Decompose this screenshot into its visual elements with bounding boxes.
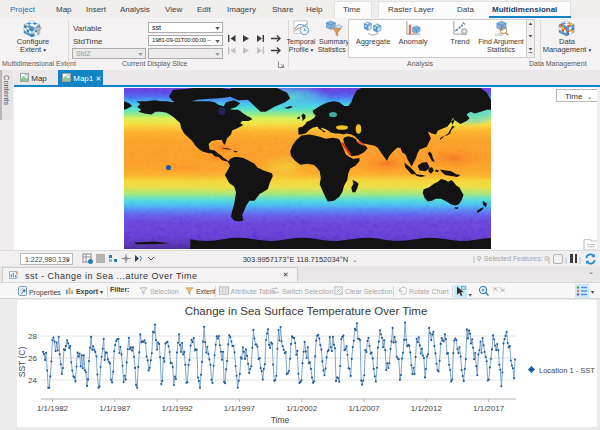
svg-text:1/1/2012: 1/1/2012 bbox=[411, 404, 443, 413]
svg-text:24: 24 bbox=[28, 376, 37, 385]
svg-text:Location 1 - SST: Location 1 - SST bbox=[539, 366, 595, 375]
svg-text:28: 28 bbox=[28, 332, 37, 341]
svg-text:1/1/1987: 1/1/1987 bbox=[99, 404, 131, 413]
svg-text:SST (C): SST (C) bbox=[17, 347, 27, 378]
svg-text:1/1/2017: 1/1/2017 bbox=[473, 404, 505, 413]
svg-text:1/1/2002: 1/1/2002 bbox=[286, 404, 318, 413]
svg-text:1/1/1997: 1/1/1997 bbox=[224, 404, 256, 413]
svg-text:1/1/2007: 1/1/2007 bbox=[348, 404, 380, 413]
svg-text:1/1/1992: 1/1/1992 bbox=[162, 404, 194, 413]
svg-text:Time: Time bbox=[271, 415, 290, 425]
svg-text:Change in Sea Surface Temperat: Change in Sea Surface Temperature Over T… bbox=[185, 305, 428, 317]
svg-text:DML: DML bbox=[494, 32, 504, 37]
svg-text:1/1/1982: 1/1/1982 bbox=[37, 404, 69, 413]
svg-text:26: 26 bbox=[28, 354, 37, 363]
